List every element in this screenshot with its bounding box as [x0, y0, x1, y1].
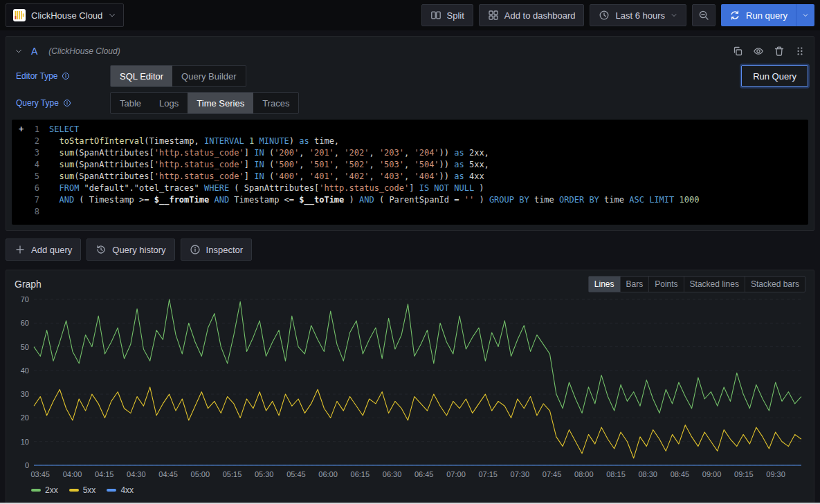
- legend-item-5xx[interactable]: 5xx: [69, 485, 96, 495]
- svg-text:07:45: 07:45: [543, 470, 562, 478]
- query-row-header: A (ClickHouse Cloud): [12, 42, 808, 60]
- graph-mode-points[interactable]: Points: [648, 277, 683, 292]
- svg-text:07:00: 07:00: [446, 470, 466, 478]
- editor-type-option-sql-editor[interactable]: SQL Editor: [111, 66, 172, 86]
- run-query-label: Run query: [746, 10, 787, 21]
- add-to-dashboard-label: Add to dashboard: [504, 10, 576, 21]
- query-datasource-hint: (ClickHouse Cloud): [48, 46, 120, 56]
- graph-title: Graph: [15, 279, 42, 290]
- query-refid[interactable]: A: [31, 46, 37, 57]
- svg-text:70: 70: [21, 295, 29, 304]
- collapse-query-icon[interactable]: [15, 47, 23, 55]
- graph-mode-bars[interactable]: Bars: [620, 277, 649, 292]
- grid: [34, 299, 801, 465]
- code-line: [49, 206, 808, 218]
- datasource-picker-label: ClickHouse Cloud: [31, 10, 102, 21]
- explore-content: A (ClickHouse Cloud) Editor Type SQL Edi…: [0, 30, 820, 504]
- svg-text:04:30: 04:30: [127, 470, 146, 478]
- add-to-dashboard-button[interactable]: Add to dashboard: [479, 4, 585, 26]
- graph-mode-lines[interactable]: Lines: [589, 277, 620, 292]
- clock-icon: [599, 10, 610, 21]
- sql-code-editor[interactable]: +12345678 SELECT toStartOfInterval(Times…: [12, 120, 808, 225]
- run-query-split-button: Run query: [721, 4, 814, 26]
- query-editor-panel: A (ClickHouse Cloud) Editor Type SQL Edi…: [6, 36, 814, 231]
- graph-header: Graph LinesBarsPointsStacked linesStacke…: [15, 276, 805, 292]
- legend-item-2xx[interactable]: 2xx: [31, 485, 58, 495]
- graph-mode-toggle: LinesBarsPointsStacked linesStacked bars: [588, 276, 805, 292]
- clickhouse-logo-icon: [13, 9, 26, 21]
- sync-icon: [729, 10, 740, 21]
- svg-text:06:30: 06:30: [383, 470, 402, 478]
- graph-mode-stacked-lines[interactable]: Stacked lines: [684, 277, 745, 292]
- chevron-down-icon: [802, 12, 809, 19]
- plus-icon: [15, 244, 26, 255]
- zoom-out-button[interactable]: [692, 4, 716, 26]
- svg-text:05:00: 05:00: [191, 470, 210, 478]
- svg-text:40: 40: [21, 366, 29, 375]
- time-series-chart[interactable]: 01020304050607003:4504:0004:1504:3004:45…: [15, 295, 805, 483]
- graph-mode-stacked-bars[interactable]: Stacked bars: [745, 277, 805, 292]
- editor-type-label-group: Editor Type: [12, 71, 110, 81]
- inspector-button[interactable]: Inspector: [181, 239, 252, 261]
- query-type-tabs: TableLogsTime SeriesTraces: [110, 92, 299, 114]
- apps-icon: [488, 10, 499, 21]
- legend-item-4xx[interactable]: 4xx: [107, 485, 134, 495]
- svg-text:50: 50: [21, 343, 29, 351]
- info-icon[interactable]: [62, 72, 70, 80]
- svg-text:05:30: 05:30: [255, 470, 274, 478]
- query-type-tab-table[interactable]: Table: [111, 93, 150, 113]
- run-query-dropdown[interactable]: [796, 4, 814, 26]
- svg-text:06:45: 06:45: [414, 470, 434, 478]
- run-query-button[interactable]: Run query: [721, 4, 796, 26]
- info-icon[interactable]: [63, 99, 71, 107]
- delete-query-icon[interactable]: [774, 46, 785, 57]
- code-line: SELECT: [49, 124, 808, 136]
- time-range-label: Last 6 hours: [615, 10, 665, 21]
- svg-text:05:45: 05:45: [286, 470, 306, 478]
- legend-label: 5xx: [83, 485, 96, 495]
- editor-type-row: Editor Type SQL EditorQuery Builder Run …: [12, 65, 808, 87]
- svg-text:10: 10: [21, 438, 29, 446]
- duplicate-query-icon[interactable]: [732, 46, 743, 57]
- split-icon: [430, 10, 441, 21]
- add-query-label: Add query: [31, 245, 72, 255]
- drag-handle-icon[interactable]: [794, 46, 805, 57]
- explore-toolbar: ClickHouse Cloud Split Add to dashboard …: [0, 0, 820, 30]
- x-axis: 03:4504:0004:1504:3004:4505:0005:1505:30…: [30, 470, 785, 478]
- svg-text:30: 30: [21, 390, 29, 398]
- y-axis: 010203040506070: [21, 295, 29, 469]
- svg-text:04:45: 04:45: [158, 470, 178, 478]
- datasource-picker[interactable]: ClickHouse Cloud: [6, 3, 124, 27]
- svg-text:04:00: 04:00: [63, 470, 82, 478]
- add-query-button[interactable]: Add query: [6, 239, 81, 261]
- line-numbers-gutter: +12345678: [12, 124, 49, 221]
- query-history-button[interactable]: Query history: [86, 239, 174, 261]
- toggle-visibility-icon[interactable]: [753, 46, 764, 57]
- legend-swatch: [31, 489, 41, 492]
- split-button[interactable]: Split: [421, 4, 473, 26]
- code-line: AND ( Timestamp >= $__fromTime AND Times…: [49, 194, 808, 206]
- gutter-plus-icon[interactable]: +: [19, 124, 24, 136]
- sql-code: SELECT toStartOfInterval(Timestamp, INTE…: [49, 124, 808, 221]
- panel-run-query-button[interactable]: Run Query: [741, 65, 808, 87]
- editor-type-option-query-builder[interactable]: Query Builder: [172, 66, 245, 86]
- time-range-picker[interactable]: Last 6 hours: [590, 4, 686, 26]
- query-type-tab-logs[interactable]: Logs: [150, 93, 188, 113]
- svg-text:08:45: 08:45: [671, 470, 690, 478]
- graph-panel: Graph LinesBarsPointsStacked linesStacke…: [6, 270, 814, 503]
- query-type-tab-time-series[interactable]: Time Series: [188, 93, 253, 113]
- legend-swatch: [69, 489, 79, 492]
- legend-label: 4xx: [120, 485, 134, 495]
- svg-text:07:30: 07:30: [511, 470, 530, 478]
- svg-text:09:30: 09:30: [766, 470, 785, 478]
- code-line: sum(SpanAttributes['http.status_code'] I…: [49, 147, 808, 159]
- svg-text:07:15: 07:15: [478, 470, 498, 478]
- svg-text:0: 0: [25, 461, 29, 469]
- svg-text:05:15: 05:15: [223, 470, 242, 478]
- grafana-explore: ClickHouse Cloud Split Add to dashboard …: [0, 0, 820, 504]
- series-2xx: [34, 299, 801, 413]
- query-type-tab-traces[interactable]: Traces: [253, 93, 298, 113]
- chevron-down-icon: [108, 11, 116, 19]
- code-line: sum(SpanAttributes['http.status_code'] I…: [49, 159, 808, 171]
- svg-text:06:00: 06:00: [318, 470, 338, 478]
